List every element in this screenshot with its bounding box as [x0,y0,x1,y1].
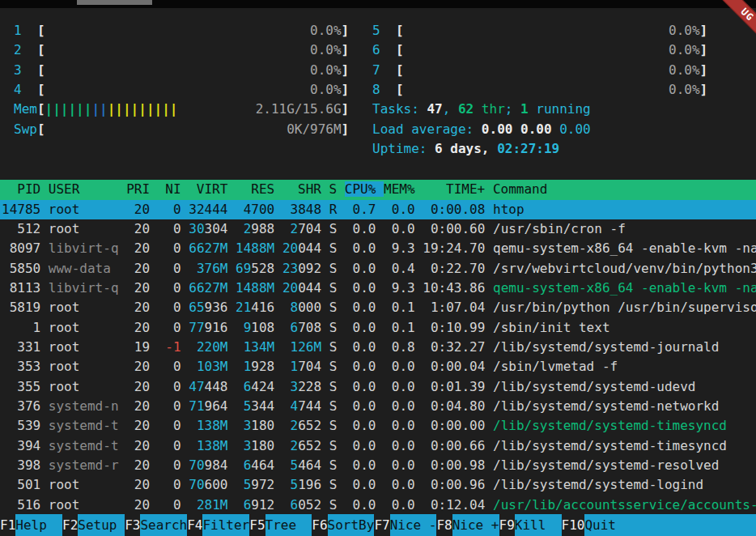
pid-cell: 8113 [2,280,40,296]
cpu-meter-6: 6 [0.0%] [372,40,707,60]
shr-cell: 2652 [282,438,321,453]
pid-cell: 331 [2,339,40,355]
header-cell-cpu-sort-active[interactable]: CPU% [345,181,384,197]
s-cell: S [329,497,338,513]
user-cell: systemd-n [49,398,119,414]
virt-cell: 376M [189,261,227,276]
time-cell: 0:00.98 [423,457,485,473]
process-table-header[interactable]: PID USER PRI NI VIRT RES SHR S CPU% MEM%… [0,180,756,199]
time-cell: 0:12.04 [423,497,485,513]
mem-cell: 0.0 [384,202,415,217]
cpu-meter-8-label: 8 [372,82,396,97]
process-row-8113[interactable]: 8113 libvirt-q 20 0 6627M 1488M 20044 S … [0,279,756,298]
process-row-8097[interactable]: 8097 libvirt-q 20 0 6627M 1488M 20044 S … [0,239,756,258]
process-row-501[interactable]: 501 root 20 0 70600 5972 5196 S 0.0 0.0 … [0,475,756,495]
header-cell-time[interactable]: TIME+ [423,181,493,197]
mem-cell: 0.0 [384,221,415,236]
ni-cell: 0 [158,300,181,315]
process-row-1[interactable]: 1 root 20 0 77916 9108 6708 S 0.0 0.1 0:… [0,318,756,338]
fkey-kill[interactable]: F9Kill [499,514,562,536]
fkey-action-label: Filter [202,514,249,536]
time-cell: 0:00.08 [423,202,485,217]
pri-cell: 20 [126,261,150,276]
fkey-help[interactable]: F1Help [0,514,62,536]
process-row-5850[interactable]: 5850 www-data 20 0 376M 69528 23092 S 0.… [0,259,756,279]
mem-cell: 0.0 [384,379,415,394]
pid-cell: 394 [2,438,40,453]
user-cell: root [49,320,119,335]
fkey-setup[interactable]: F2Setup [62,514,125,536]
s-cell: S [329,320,338,335]
fkey-action-label: SortBy [328,514,375,536]
header-cell-pri[interactable]: PRI [126,181,158,197]
header-cell-pid[interactable]: PID [2,181,49,197]
cmd-cell: /usr/sbin/cron -f [493,221,626,236]
process-row-14785[interactable]: 14785 root 20 0 32444 4700 3848 R 0.7 0.… [0,200,756,219]
process-row-355[interactable]: 355 root 20 0 47448 6424 3228 S 0.0 0.0 … [0,377,756,397]
cpu-cell: 0.7 [345,202,376,217]
virt-cell: 71964 [189,398,227,414]
process-row-512[interactable]: 512 root 20 0 30304 2988 2704 S 0.0 0.0 … [0,219,756,239]
mem-cell: 0.1 [384,300,415,315]
user-cell: libvirt-q [49,240,119,256]
user-cell: root [49,477,119,492]
process-row-394[interactable]: 394 systemd-t 20 0 138M 3180 2652 S 0.0 … [0,436,756,456]
header-cell-mem[interactable]: MEM% [384,181,423,197]
process-row-353[interactable]: 353 root 20 0 103M 1928 1704 S 0.0 0.0 0… [0,357,756,376]
shr-cell: 2652 [282,418,321,433]
header-cell-shr[interactable]: SHR [282,181,329,197]
header-cell-s[interactable]: S [329,181,345,197]
cmd-cell: /lib/systemd/systemd-networkd [493,398,719,414]
fkey-filter[interactable]: F4Filter [187,514,249,536]
fkey-nice[interactable]: F8Nice + [436,514,499,536]
mem-meter-bars: ||||||||||||||||| [45,100,178,119]
process-row-331[interactable]: 331 root 19 -1 220M 134M 126M S 0.0 0.8 … [0,338,756,357]
user-cell: root [49,202,119,217]
fkey-sortby[interactable]: F6SortBy [312,514,374,536]
cpu-cell: 0.0 [345,477,376,492]
s-cell: S [329,261,338,276]
cpu-cell: 0.0 [345,359,376,374]
process-row-516[interactable]: 516 root 20 0 281M 6912 6052 S 0.0 0.0 0… [0,496,756,515]
res-cell: 1928 [236,359,274,374]
cmd-cell: /usr/lib/accountsservice/accounts- [493,497,756,513]
pid-cell: 5819 [2,300,40,315]
fkey-tree[interactable]: F5Tree [249,514,312,536]
cpu-meter-4-label: 4 [14,82,37,97]
cpu-meter-2: 2 [0.0%] [14,40,349,60]
time-cell: 0:00.60 [423,221,485,236]
header-cell-cmd[interactable]: Command [493,181,547,197]
stats-panel: Tasks: 47, 62 thr; 1 running Load averag… [372,100,591,159]
swp-meter-value: 0K/976M [287,120,341,139]
shr-cell: 8000 [282,300,321,315]
cmd-cell: /lib/systemd/systemd-resolved [493,457,719,473]
header-cell-res[interactable]: RES [236,181,282,197]
header-cell-virt[interactable]: VIRT [189,181,236,197]
process-row-5819[interactable]: 5819 root 20 0 65936 21416 8000 S 0.0 0.… [0,298,756,317]
mem-cell: 0.4 [384,261,415,276]
mem-meter: Mem[|||||||||||||||||2.11G/15.6G] [14,100,349,119]
fkey-nice[interactable]: F7Nice - [374,514,436,536]
process-row-539[interactable]: 539 systemd-t 20 0 138M 3180 2652 S 0.0 … [0,416,756,436]
ni-cell: 0 [158,379,181,394]
cmd-cell: /lib/systemd/systemd-timesyncd [493,438,727,453]
header-cell-user[interactable]: USER [49,181,126,197]
user-cell: systemd-t [49,418,119,433]
ni-cell: -1 [158,339,181,355]
user-cell: root [49,497,119,513]
fkey-key-label: F4 [187,514,202,536]
tasks-label: Tasks: [372,101,427,117]
ni-cell: 0 [158,202,181,217]
header-cell-ni[interactable]: NI [158,181,189,197]
process-row-398[interactable]: 398 systemd-r 20 0 70984 6464 5464 S 0.0… [0,456,756,475]
process-row-376[interactable]: 376 systemd-n 20 0 71964 5344 4744 S 0.0… [0,397,756,416]
fkey-search[interactable]: F3Search [125,514,187,536]
user-cell: libvirt-q [49,280,119,296]
pid-cell: 376 [2,398,40,414]
fkey-action-label: Tree [265,514,312,536]
fkey-key-label: F8 [436,514,452,536]
pid-cell: 398 [2,457,40,473]
uptime: Uptime: 6 days, 02:27:19 [372,139,591,159]
fkey-quit[interactable]: F10Quit [562,514,756,536]
cpu-meter-8: 8 [0.0%] [372,80,707,100]
